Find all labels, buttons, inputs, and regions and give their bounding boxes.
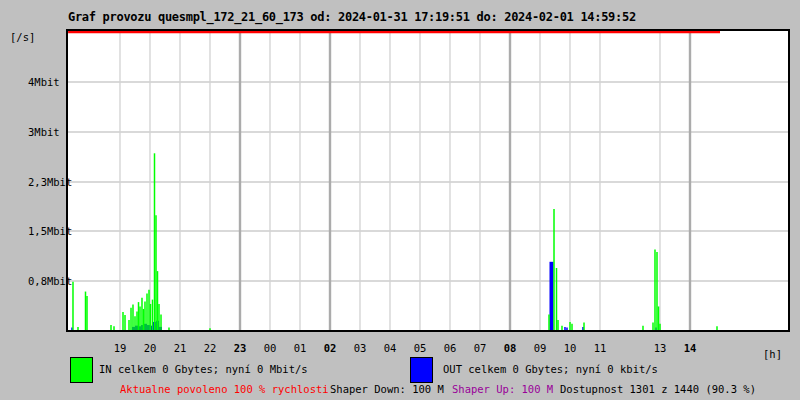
x-tick-label: 11 [589, 342, 611, 355]
traffic-graph-page: { "title": "Graf provozu quesmpl_172_21_… [0, 0, 800, 400]
x-tick-label: 08 [499, 342, 521, 355]
x-tick-label: 23 [229, 342, 251, 355]
x-tick-label: 06 [439, 342, 461, 355]
y-axis-unit-label: [/s] [10, 31, 35, 43]
y-tick-label: 0,8Mbit [28, 274, 72, 288]
graph-title: Graf provozu quesmpl_172_21_60_173 od: 2… [68, 10, 636, 24]
x-tick-label: 19 [109, 342, 131, 355]
x-tick-label: 02 [319, 342, 341, 355]
x-tick-label: 14 [679, 342, 701, 355]
y-tick-label: 2,3Mbit [28, 175, 72, 189]
y-tick-label: 1,5Mbit [28, 224, 72, 238]
x-tick-label: 20 [139, 342, 161, 355]
x-tick-label: 03 [349, 342, 371, 355]
x-tick-label: 00 [259, 342, 281, 355]
y-tick-label: 3Mbit [28, 125, 60, 139]
in-legend-label: IN celkem 0 Gbytes; nyní 0 Mbit/s [99, 363, 308, 375]
x-tick-label: 21 [169, 342, 191, 355]
plot-area [66, 29, 790, 332]
x-tick-label: 13 [649, 342, 671, 355]
shaper-down-status: Shaper Down: 100 M [330, 383, 444, 395]
availability-status: Dostupnost 1301 z 1440 (90.3 %) [560, 383, 756, 395]
x-tick-label: 05 [409, 342, 431, 355]
plot-svg [68, 31, 788, 330]
x-tick-label: 01 [289, 342, 311, 355]
x-tick-label: 22 [199, 342, 221, 355]
in-legend-swatch [70, 357, 93, 383]
shaper-up-status: Shaper Up: 100 M [452, 383, 553, 395]
out-legend-swatch [410, 357, 433, 383]
x-tick-label: 09 [529, 342, 551, 355]
x-tick-label: 07 [469, 342, 491, 355]
y-tick-label: 4Mbit [28, 75, 60, 89]
x-tick-label: 10 [559, 342, 581, 355]
out-legend-label: OUT celkem 0 Gbytes; nyní 0 kbit/s [443, 363, 658, 375]
allowed-speed-status: Aktualne povoleno 100 % rychlosti [120, 383, 329, 395]
x-tick-label: 04 [379, 342, 401, 355]
x-axis-unit-label: [h] [763, 348, 782, 360]
